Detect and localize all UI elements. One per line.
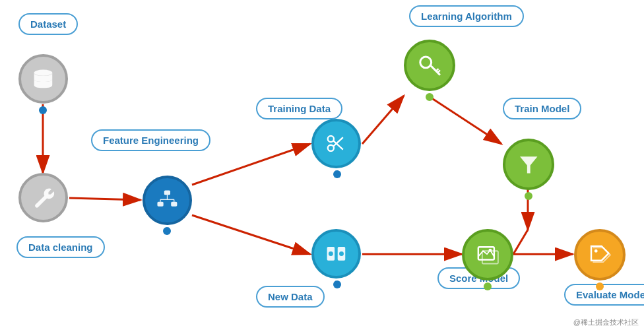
svg-rect-14 <box>158 202 164 207</box>
evaluate-model-node <box>574 229 626 280</box>
diagram-container: Dataset Feature Engineering Data cleanin… <box>0 0 644 330</box>
scissors-icon <box>324 131 348 156</box>
learning-algorithm-node <box>404 40 455 91</box>
wrench-icon <box>31 185 55 210</box>
watermark: @稀土掘金技术社区 <box>573 317 639 327</box>
training-data-label: Training Data <box>256 98 342 119</box>
svg-point-26 <box>329 251 333 256</box>
score-model-dot <box>484 282 492 290</box>
evaluate-model-dot <box>596 282 604 290</box>
svg-line-4 <box>192 144 310 185</box>
svg-line-31 <box>437 70 440 73</box>
feature-engineering-node <box>143 176 192 225</box>
new-data-label: New Data <box>256 286 325 308</box>
svg-point-28 <box>420 57 432 68</box>
training-data-node <box>311 119 361 168</box>
dataset-label: Dataset <box>18 13 78 35</box>
hierarchy-icon <box>155 188 179 213</box>
svg-line-5 <box>192 215 310 254</box>
feature-engineering-label: Feature Engineering <box>91 129 210 151</box>
new-data-node <box>311 229 361 279</box>
feature-engineering-dot <box>163 227 171 235</box>
svg-point-27 <box>339 251 344 256</box>
svg-line-30 <box>436 69 439 71</box>
dataset-dot <box>39 106 47 114</box>
new-data-dot <box>333 280 341 288</box>
svg-line-29 <box>430 65 440 75</box>
svg-line-6 <box>362 96 404 144</box>
svg-rect-13 <box>164 191 170 195</box>
data-cleaning-label: Data cleaning <box>16 236 105 258</box>
database-icon <box>31 67 55 91</box>
module-icon <box>324 242 348 266</box>
svg-line-7 <box>429 96 501 144</box>
evaluate-model-label: Evaluate Model <box>564 284 644 306</box>
svg-point-35 <box>595 249 598 253</box>
dataset-node <box>18 54 68 104</box>
train-model-dot <box>525 192 532 200</box>
svg-rect-15 <box>171 202 177 207</box>
train-model-node <box>503 139 554 190</box>
tags-icon <box>587 242 613 268</box>
training-data-dot <box>333 170 341 178</box>
score-model-node <box>462 229 513 280</box>
funnel-icon <box>516 152 542 178</box>
key-icon <box>417 53 443 79</box>
svg-line-11 <box>513 230 528 254</box>
learning-algorithm-dot <box>426 93 434 101</box>
svg-point-12 <box>34 70 53 76</box>
data-cleaning-node <box>18 173 68 222</box>
train-model-label: Train Model <box>503 98 581 119</box>
image-gallery-icon <box>475 242 501 268</box>
learning-algorithm-label: Learning Algorithm <box>409 5 524 27</box>
svg-line-3 <box>69 198 141 200</box>
